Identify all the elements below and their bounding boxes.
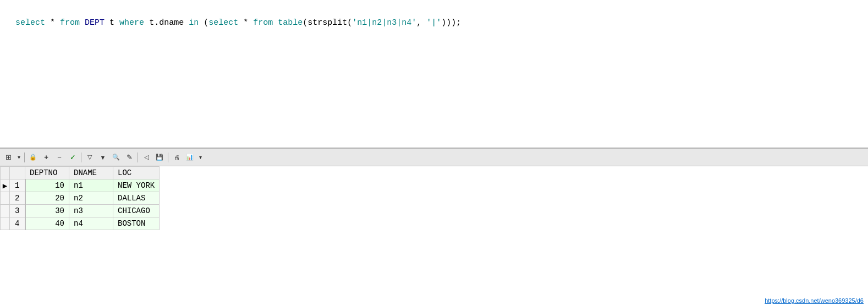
sep3 [138, 153, 138, 162]
dname-2: n2 [69, 192, 113, 205]
header-rownum [10, 167, 25, 179]
loc-4: BOSTON [113, 217, 160, 230]
row-selector-1[interactable]: ▶ [1, 179, 10, 192]
table-row[interactable]: ▶ 1 10 n1 NEW YORK [1, 179, 160, 192]
loc-1: NEW YORK [113, 179, 160, 192]
sep1 [24, 153, 25, 162]
lock-button[interactable]: 🔒 [27, 151, 39, 164]
row-selector-4[interactable] [1, 217, 10, 230]
sort-button[interactable]: ▼ [97, 151, 109, 164]
add-row-button[interactable]: + [40, 151, 52, 164]
sql-in: in [189, 18, 199, 28]
deptno-2: 20 [25, 192, 69, 205]
sql-string2: '|' [426, 18, 441, 28]
filter-button[interactable]: ▽ [84, 151, 96, 164]
sql-from2: from [253, 18, 273, 28]
row-selector-2[interactable] [1, 192, 10, 205]
export-left-button[interactable]: ◁ [140, 151, 152, 164]
sql-table-func: table [278, 18, 303, 28]
grid-dropdown-button[interactable]: ▾ [15, 151, 22, 164]
find-button[interactable]: 🔍 [110, 151, 122, 164]
chart-button[interactable]: 📊 [184, 151, 196, 164]
header-indicator [1, 167, 10, 179]
sql-editor[interactable]: select * from DEPT t where t.dname in (s… [0, 0, 868, 149]
dname-4: n4 [69, 217, 113, 230]
deptno-1: 10 [25, 179, 69, 192]
header-loc[interactable]: LOC [113, 167, 160, 179]
deptno-4: 40 [25, 217, 69, 230]
sql-from1: from [60, 18, 80, 28]
sql-where: where [119, 18, 144, 28]
header-deptno[interactable]: DEPTNO [25, 167, 69, 179]
row-selector-3[interactable] [1, 205, 10, 217]
results-toolbar: ⊞ ▾ 🔒 + − ✓ ▽ ▼ 🔍 ✎ ◁ 💾 🖨 📊 ▾ [0, 149, 868, 166]
print-button[interactable]: 🖨 [171, 151, 183, 164]
grid-toggle-button[interactable]: ⊞ [2, 151, 14, 164]
commit-button[interactable]: ✓ [67, 151, 79, 164]
sep2 [81, 153, 81, 162]
rownum-2: 2 [10, 192, 25, 205]
rownum-3: 3 [10, 205, 25, 217]
sql-select2: select [208, 18, 238, 28]
dname-3: n3 [69, 205, 113, 217]
rownum-4: 4 [10, 217, 25, 230]
save-button[interactable]: 💾 [153, 151, 166, 164]
sql-select: select [15, 18, 45, 28]
header-dname[interactable]: DNAME [69, 167, 113, 179]
table-row[interactable]: 2 20 n2 DALLAS [1, 192, 160, 205]
remove-row-button[interactable]: − [53, 151, 65, 164]
rownum-1: 1 [10, 179, 25, 192]
deptno-3: 30 [25, 205, 69, 217]
loc-3: CHICAGO [113, 205, 160, 217]
sql-table1: DEPT [85, 18, 105, 28]
sep4 [168, 153, 168, 162]
dname-1: n1 [69, 179, 113, 192]
table-row[interactable]: 3 30 n3 CHICAGO [1, 205, 160, 217]
results-table: DEPTNO DNAME LOC ▶ 1 10 n1 NEW YORK 2 20… [0, 166, 160, 230]
table-row[interactable]: 4 40 n4 BOSTON [1, 217, 160, 230]
status-bar-url[interactable]: https://blog.csdn.net/weno369325/d6 [760, 296, 868, 305]
edit-button[interactable]: ✎ [123, 151, 135, 164]
loc-2: DALLAS [113, 192, 160, 205]
results-grid-area: DEPTNO DNAME LOC ▶ 1 10 n1 NEW YORK 2 20… [0, 166, 868, 230]
chart-dropdown-button[interactable]: ▾ [197, 151, 204, 164]
sql-string1: 'n1|n2|n3|n4' [352, 18, 416, 28]
